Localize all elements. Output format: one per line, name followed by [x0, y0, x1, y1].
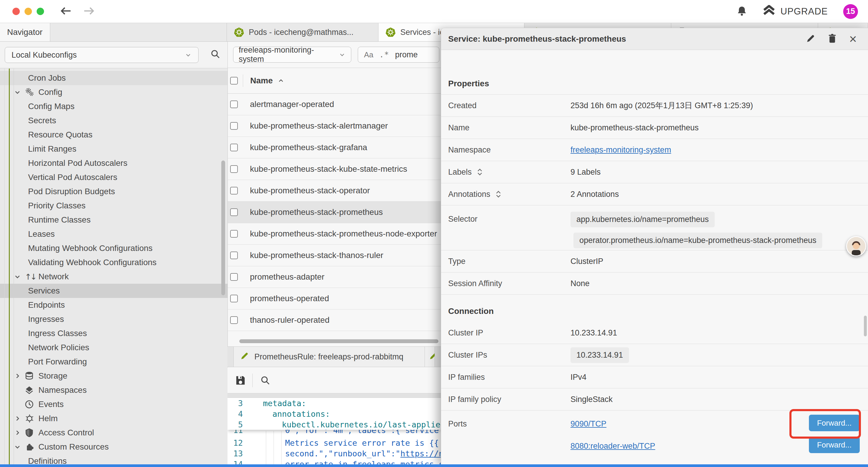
- row-checkbox[interactable]: [230, 273, 238, 281]
- row-checkbox[interactable]: [230, 144, 238, 151]
- sidebar-item-config-maps[interactable]: Config Maps: [0, 99, 227, 114]
- sidebar-scrollbar-thumb[interactable]: [221, 160, 225, 295]
- editor-search-button[interactable]: [260, 375, 270, 385]
- table-row-kube-prometheus-stack-operator[interactable]: kube-prometheus-stack-operator: [228, 180, 441, 202]
- sidebar-item-validating-webhook-configurations[interactable]: Validating Webhook Configurations: [0, 255, 227, 269]
- editor-tab-partial[interactable]: [425, 347, 435, 367]
- forward-button-2[interactable]: Forward...: [809, 437, 860, 453]
- sidebar-item-label: Resource Quotas: [28, 130, 92, 140]
- regex-icon[interactable]: .*: [379, 50, 389, 59]
- property-label: Cluster IPs: [448, 351, 570, 360]
- forward-button[interactable]: [83, 6, 95, 18]
- sidebar-item-port-forwarding[interactable]: Port Forwarding: [0, 355, 227, 369]
- expand-collapse-icon[interactable]: [495, 189, 502, 199]
- kubeconfig-selector[interactable]: Local Kubeconfigs: [5, 47, 198, 63]
- sidebar-item-custom-resources[interactable]: Custom Resources: [0, 440, 227, 454]
- sidebar-item-network[interactable]: ↑↓Network: [0, 269, 227, 284]
- table-row-kube-prometheus-stack-prometheus-node-exporter[interactable]: kube-prometheus-stack-prometheus-node-ex…: [228, 223, 441, 245]
- port-link-8080-reloader-web-tcp[interactable]: 8080:reloader-web/TCP: [570, 442, 655, 451]
- namespace-filter-select[interactable]: freeleaps-monitoring-system: [233, 47, 351, 63]
- minimize-window-button[interactable]: [25, 8, 32, 15]
- detail-scrollbar-thumb[interactable]: [864, 316, 867, 337]
- sidebar-item-config[interactable]: Config: [0, 85, 227, 99]
- table-row-prometheus-operated[interactable]: prometheus-operated: [228, 288, 441, 310]
- search-input[interactable]: Aa .* prome: [358, 47, 439, 63]
- sidebar-item-services[interactable]: Services: [0, 284, 227, 298]
- table-row-thanos-ruler-operated[interactable]: thanos-ruler-operated: [228, 310, 441, 331]
- sidebar-item-mutating-webhook-configurations[interactable]: Mutating Webhook Configurations: [0, 241, 227, 255]
- chevron-down-icon[interactable]: [13, 443, 25, 451]
- table-row-kube-prometheus-stack-prometheus[interactable]: kube-prometheus-stack-prometheus: [228, 202, 441, 223]
- trash-icon[interactable]: [828, 33, 837, 45]
- window-controls: [12, 8, 44, 15]
- row-checkbox[interactable]: [230, 230, 238, 238]
- sidebar-item-runtime-classes[interactable]: Runtime Classes: [0, 213, 227, 227]
- navigator-panel-tab[interactable]: Navigator: [0, 23, 50, 41]
- chevron-down-icon[interactable]: [13, 88, 25, 96]
- back-button[interactable]: [59, 6, 72, 18]
- edit-icon[interactable]: [806, 34, 815, 44]
- avatar[interactable]: [846, 236, 866, 256]
- sidebar-item-leases[interactable]: Leases: [0, 227, 227, 241]
- maximize-window-button[interactable]: [37, 8, 44, 15]
- sidebar-item-endpoints[interactable]: Endpoints: [0, 298, 227, 312]
- sidebar-item-cron-jobs[interactable]: Cron Jobs: [0, 71, 227, 85]
- save-button[interactable]: [235, 375, 246, 386]
- sidebar-item-storage[interactable]: Storage: [0, 369, 227, 383]
- port-link-9090-tcp[interactable]: 9090/TCP: [570, 419, 655, 429]
- notifications-bell-icon[interactable]: [736, 5, 747, 18]
- expand-collapse-icon[interactable]: [476, 167, 483, 177]
- close-window-button[interactable]: [12, 8, 20, 15]
- row-checkbox[interactable]: [230, 100, 238, 108]
- sidebar-item-network-policies[interactable]: Network Policies: [0, 341, 227, 355]
- row-checkbox[interactable]: [230, 295, 238, 302]
- row-checkbox[interactable]: [230, 208, 238, 216]
- row-checkbox[interactable]: [230, 316, 238, 324]
- sidebar-item-definitions[interactable]: Definitions: [0, 454, 227, 464]
- row-checkbox[interactable]: [230, 187, 238, 195]
- sidebar-item-helm[interactable]: Helm: [0, 411, 227, 426]
- table-row-prometheus-adapter[interactable]: prometheus-adapter: [228, 266, 441, 288]
- list-horizontal-scrollbar-thumb[interactable]: [239, 339, 438, 343]
- sidebar-item-ingress-classes[interactable]: Ingress Classes: [0, 326, 227, 341]
- table-row-alertmanager-operated[interactable]: alertmanager-operated: [228, 94, 441, 115]
- sidebar-item-horizontal-pod-autoscalers[interactable]: Horizontal Pod Autoscalers: [0, 156, 227, 170]
- match-case-icon[interactable]: Aa: [364, 50, 373, 59]
- chevron-right-icon[interactable]: [13, 429, 25, 437]
- notification-count-badge[interactable]: 15: [843, 4, 858, 19]
- chevron-right-icon[interactable]: [13, 372, 25, 380]
- table-row-kube-prometheus-stack-alertmanager[interactable]: kube-prometheus-stack-alertmanager: [228, 115, 441, 137]
- close-icon[interactable]: ×: [849, 32, 857, 46]
- sidebar-item-pod-disruption-budgets[interactable]: Pod Disruption Budgets: [0, 184, 227, 199]
- sidebar-item-secrets[interactable]: Secrets: [0, 114, 227, 128]
- editor-content[interactable]: 110","for":"4m","labels":{"service":"12M…: [227, 430, 441, 464]
- sidebar-search-button[interactable]: [210, 49, 220, 59]
- sidebar-item-ingresses[interactable]: Ingresses: [0, 312, 227, 326]
- sidebar-item-events[interactable]: Events: [0, 397, 227, 411]
- editor-link[interactable]: https://net: [400, 449, 441, 458]
- sidebar-item-resource-quotas[interactable]: Resource Quotas: [0, 128, 227, 142]
- row-checkbox[interactable]: [230, 122, 238, 130]
- sidebar-item-access-control[interactable]: Access Control: [0, 426, 227, 440]
- table-row-kube-prometheus-stack-grafana[interactable]: kube-prometheus-stack-grafana: [228, 137, 441, 158]
- sort-ascending-icon[interactable]: [277, 77, 284, 84]
- row-checkbox[interactable]: [230, 252, 238, 259]
- namespace-link[interactable]: freeleaps-monitoring-system: [570, 145, 671, 154]
- select-all-checkbox[interactable]: [230, 77, 238, 85]
- table-row-kube-prometheus-stack-kube-state-metrics[interactable]: kube-prometheus-stack-kube-state-metrics: [228, 158, 441, 180]
- property-label: Name: [448, 123, 570, 133]
- chevron-right-icon[interactable]: [13, 415, 25, 422]
- yaml-editor[interactable]: 3metadata:4annotations:5kubectl.kubernet…: [227, 398, 441, 464]
- upgrade-button[interactable]: UPGRADE: [763, 5, 828, 18]
- row-checkbox[interactable]: [230, 165, 238, 173]
- sidebar-item-vertical-pod-autoscalers[interactable]: Vertical Pod Autoscalers: [0, 170, 227, 184]
- tab-pods-icecheng-mathmas[interactable]: Pods - icecheng@mathmas...: [227, 23, 378, 41]
- sidebar-item-limit-ranges[interactable]: Limit Ranges: [0, 142, 227, 156]
- sidebar-item-namespaces[interactable]: Namespaces: [0, 383, 227, 397]
- kubeconfig-selector-value: Local Kubeconfigs: [11, 51, 77, 60]
- table-row-kube-prometheus-stack-thanos-ruler[interactable]: kube-prometheus-stack-thanos-ruler: [228, 245, 441, 266]
- chevron-down-icon[interactable]: [13, 273, 25, 281]
- column-header-name[interactable]: Name: [250, 76, 273, 85]
- sidebar-item-priority-classes[interactable]: Priority Classes: [0, 199, 227, 213]
- editor-tab-prometheusrule[interactable]: PrometheusRule: freeleaps-prod-rabbitmq: [234, 347, 425, 367]
